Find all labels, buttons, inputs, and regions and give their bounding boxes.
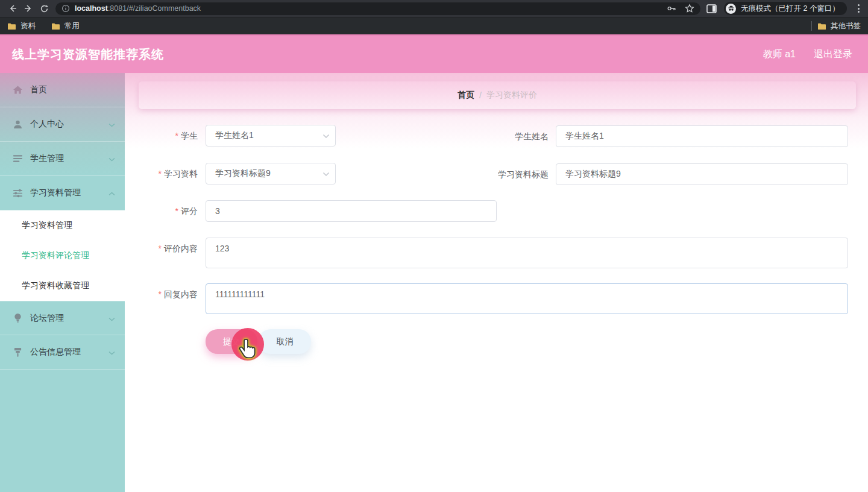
incognito-label: 无痕模式（已打开 2 个窗口） [741, 4, 840, 14]
reload-icon[interactable] [36, 2, 52, 15]
sidebar: 首页 个人中心 学生管理 学习资料管理 学习资料管理 学习资料评论管理 [0, 73, 125, 492]
list-icon [12, 153, 23, 164]
material-title-input[interactable] [556, 163, 848, 185]
sidebar-item-material-mgmt[interactable]: 学习资料管理 [0, 176, 125, 210]
main-content: 首页 / 学习资料评价 *学生 学生姓名 *学习资料 学习资料标题 *评分 *评… [125, 73, 868, 492]
breadcrumb-current: 学习资料评价 [486, 90, 537, 101]
url-text: localhost:8081/#/ziliaoCommentback [75, 4, 201, 13]
breadcrumb-home[interactable]: 首页 [458, 90, 474, 101]
folder-icon [51, 22, 60, 30]
browser-chrome: localhost:8081/#/ziliaoCommentback 无痕模式（… [0, 0, 868, 34]
material-submenu: 学习资料管理 学习资料评论管理 学习资料收藏管理 [0, 210, 125, 301]
submit-button[interactable]: 提交 [206, 329, 257, 354]
submenu-item-material-favorite-mgmt[interactable]: 学习资料收藏管理 [0, 271, 125, 301]
incognito-chip[interactable]: 无痕模式（已打开 2 个窗口） [724, 2, 847, 15]
current-user[interactable]: 教师 a1 [763, 48, 796, 61]
toolbar-right: 无痕模式（已打开 2 个窗口） [706, 2, 863, 15]
url-bar[interactable]: localhost:8081/#/ziliaoCommentback [55, 2, 700, 15]
chevron-down-icon [108, 153, 115, 164]
reply-label: *回复内容 [125, 283, 198, 305]
sidebar-item-student-mgmt[interactable]: 学生管理 [0, 142, 125, 176]
breadcrumb: 首页 / 学习资料评价 [139, 81, 856, 109]
chevron-up-icon [108, 188, 115, 198]
bookmark-folder-changyong[interactable]: 常用 [51, 21, 80, 31]
page-info-icon[interactable] [61, 4, 70, 13]
bookmarks-bar: 资料 常用 其他书签 [0, 17, 868, 34]
breadcrumb-separator: / [479, 90, 482, 100]
flag-icon [12, 347, 23, 358]
material-select-input[interactable] [206, 163, 336, 184]
submenu-item-material-mgmt[interactable]: 学习资料管理 [0, 210, 125, 241]
bulb-icon [12, 313, 23, 324]
sliders-icon [12, 188, 23, 198]
score-input[interactable] [206, 200, 497, 222]
chevron-down-icon [108, 347, 115, 358]
student-name-label: 学生姓名 [414, 125, 549, 147]
bookmark-folder-ziliao[interactable]: 资料 [7, 21, 36, 31]
logout-button[interactable]: 退出登录 [814, 48, 852, 61]
material-title-label: 学习资料标题 [414, 163, 549, 185]
forward-icon[interactable] [20, 2, 36, 15]
material-label: *学习资料 [125, 163, 198, 184]
score-label: *评分 [125, 200, 198, 222]
student-name-input[interactable] [556, 125, 848, 147]
incognito-icon [726, 4, 736, 14]
app-title: 线上学习资源智能推荐系统 [12, 46, 164, 63]
comment-label: *评价内容 [125, 238, 198, 259]
sidebar-item-personal-center[interactable]: 个人中心 [0, 107, 125, 142]
folder-icon [7, 22, 16, 30]
sidebar-item-announcement-mgmt[interactable]: 公告信息管理 [0, 335, 125, 370]
home-icon [12, 84, 23, 95]
student-label: *学生 [125, 125, 198, 147]
app-header: 线上学习资源智能推荐系统 教师 a1 退出登录 [0, 34, 868, 73]
side-panel-icon[interactable] [706, 4, 717, 13]
student-select[interactable] [206, 125, 336, 147]
browser-toolbar: localhost:8081/#/ziliaoCommentback 无痕模式（… [0, 0, 868, 17]
chevron-down-icon [108, 313, 115, 324]
comment-textarea[interactable]: 123 [206, 238, 848, 268]
sidebar-item-forum-mgmt[interactable]: 论坛管理 [0, 301, 125, 335]
screen: localhost:8081/#/ziliaoCommentback 无痕模式（… [0, 0, 868, 492]
cancel-button[interactable]: 取消 [259, 329, 311, 354]
bookmarks-separator [811, 21, 812, 31]
chevron-down-icon [108, 119, 115, 130]
folder-icon [817, 22, 826, 30]
user-icon [12, 119, 23, 130]
browser-menu-icon[interactable] [854, 3, 863, 14]
submenu-item-material-comment-mgmt[interactable]: 学习资料评论管理 [0, 241, 125, 271]
student-select-input[interactable] [206, 125, 336, 147]
reply-textarea[interactable]: 111111111111 [206, 283, 848, 314]
back-icon[interactable] [5, 2, 20, 15]
sidebar-item-home[interactable]: 首页 [0, 73, 125, 107]
material-select[interactable] [206, 163, 336, 184]
bookmark-star-icon[interactable] [685, 4, 694, 13]
password-key-icon[interactable] [667, 4, 676, 13]
other-bookmarks[interactable]: 其他书签 [817, 21, 861, 31]
